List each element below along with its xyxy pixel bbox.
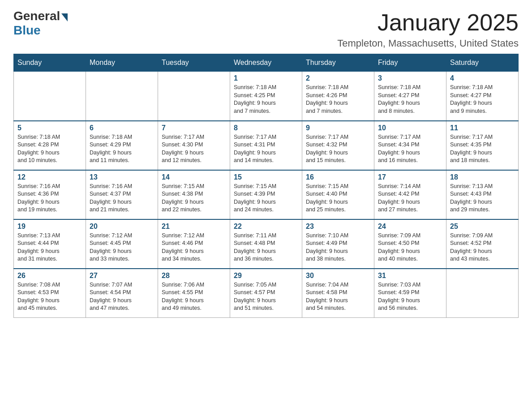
day-number: 19 xyxy=(17,223,82,231)
calendar-week-row: 5Sunrise: 7:18 AM Sunset: 4:28 PM Daylig… xyxy=(14,121,519,170)
day-number: 2 xyxy=(306,74,370,82)
day-info: Sunrise: 7:03 AM Sunset: 4:59 PM Dayligh… xyxy=(378,281,442,313)
day-info: Sunrise: 7:18 AM Sunset: 4:28 PM Dayligh… xyxy=(17,133,82,165)
calendar-day-cell: 15Sunrise: 7:15 AM Sunset: 4:39 PM Dayli… xyxy=(230,170,302,219)
day-info: Sunrise: 7:17 AM Sunset: 4:32 PM Dayligh… xyxy=(306,133,370,165)
calendar-week-row: 1Sunrise: 7:18 AM Sunset: 4:25 PM Daylig… xyxy=(14,72,519,121)
day-info: Sunrise: 7:13 AM Sunset: 4:44 PM Dayligh… xyxy=(17,232,82,263)
day-info: Sunrise: 7:18 AM Sunset: 4:26 PM Dayligh… xyxy=(306,84,370,115)
calendar-day-cell: 6Sunrise: 7:18 AM Sunset: 4:29 PM Daylig… xyxy=(86,121,158,170)
day-info: Sunrise: 7:09 AM Sunset: 4:52 PM Dayligh… xyxy=(450,232,515,263)
day-number: 25 xyxy=(450,223,515,231)
day-number: 17 xyxy=(378,173,442,181)
day-number: 10 xyxy=(378,124,442,132)
calendar-day-cell xyxy=(446,269,519,318)
day-number: 15 xyxy=(234,173,298,181)
day-number: 24 xyxy=(378,223,442,231)
day-number: 26 xyxy=(17,272,82,280)
calendar-day-cell: 24Sunrise: 7:09 AM Sunset: 4:50 PM Dayli… xyxy=(374,219,446,269)
calendar-day-cell: 18Sunrise: 7:13 AM Sunset: 4:43 PM Dayli… xyxy=(446,170,519,219)
day-number: 8 xyxy=(234,124,298,132)
day-info: Sunrise: 7:18 AM Sunset: 4:27 PM Dayligh… xyxy=(450,84,515,115)
day-number: 12 xyxy=(17,173,82,181)
calendar-day-cell: 31Sunrise: 7:03 AM Sunset: 4:59 PM Dayli… xyxy=(374,269,446,318)
calendar-day-cell: 9Sunrise: 7:17 AM Sunset: 4:32 PM Daylig… xyxy=(302,121,374,170)
day-number: 6 xyxy=(90,124,154,132)
logo-general-text: General xyxy=(13,9,60,23)
day-info: Sunrise: 7:16 AM Sunset: 4:36 PM Dayligh… xyxy=(17,183,82,214)
calendar-header-row: SundayMondayTuesdayWednesdayThursdayFrid… xyxy=(14,54,519,72)
calendar-table: SundayMondayTuesdayWednesdayThursdayFrid… xyxy=(13,54,519,318)
logo: General Blue xyxy=(13,9,68,38)
day-number: 21 xyxy=(162,223,226,231)
day-info: Sunrise: 7:16 AM Sunset: 4:37 PM Dayligh… xyxy=(90,183,154,214)
page-header: General Blue January 2025 Templeton, Mas… xyxy=(13,9,519,49)
day-number: 1 xyxy=(234,74,298,82)
day-number: 29 xyxy=(234,272,298,280)
day-info: Sunrise: 7:12 AM Sunset: 4:45 PM Dayligh… xyxy=(90,232,154,263)
calendar-day-cell: 28Sunrise: 7:06 AM Sunset: 4:55 PM Dayli… xyxy=(158,269,230,318)
calendar-day-cell: 26Sunrise: 7:08 AM Sunset: 4:53 PM Dayli… xyxy=(14,269,86,318)
calendar-day-cell xyxy=(14,72,86,121)
calendar-day-cell: 19Sunrise: 7:13 AM Sunset: 4:44 PM Dayli… xyxy=(14,219,86,269)
day-number: 22 xyxy=(234,223,298,231)
day-info: Sunrise: 7:07 AM Sunset: 4:54 PM Dayligh… xyxy=(90,281,154,313)
day-number: 23 xyxy=(306,223,370,231)
day-number: 4 xyxy=(450,74,515,82)
calendar-day-cell: 1Sunrise: 7:18 AM Sunset: 4:25 PM Daylig… xyxy=(230,72,302,121)
calendar-week-row: 19Sunrise: 7:13 AM Sunset: 4:44 PM Dayli… xyxy=(14,219,519,269)
weekday-header-thursday: Thursday xyxy=(302,54,374,72)
day-number: 20 xyxy=(90,223,154,231)
day-info: Sunrise: 7:17 AM Sunset: 4:30 PM Dayligh… xyxy=(162,133,226,165)
weekday-header-sunday: Sunday xyxy=(14,54,86,72)
day-info: Sunrise: 7:06 AM Sunset: 4:55 PM Dayligh… xyxy=(162,281,226,313)
calendar-week-row: 12Sunrise: 7:16 AM Sunset: 4:36 PM Dayli… xyxy=(14,170,519,219)
day-info: Sunrise: 7:08 AM Sunset: 4:53 PM Dayligh… xyxy=(17,281,82,313)
location-title: Templeton, Massachusetts, United States xyxy=(337,38,519,49)
calendar-day-cell: 16Sunrise: 7:15 AM Sunset: 4:40 PM Dayli… xyxy=(302,170,374,219)
calendar-day-cell: 7Sunrise: 7:17 AM Sunset: 4:30 PM Daylig… xyxy=(158,121,230,170)
day-info: Sunrise: 7:15 AM Sunset: 4:38 PM Dayligh… xyxy=(162,183,226,214)
day-number: 5 xyxy=(17,124,82,132)
month-title: January 2025 xyxy=(337,9,519,36)
calendar-week-row: 26Sunrise: 7:08 AM Sunset: 4:53 PM Dayli… xyxy=(14,269,519,318)
day-info: Sunrise: 7:18 AM Sunset: 4:29 PM Dayligh… xyxy=(90,133,154,165)
calendar-day-cell xyxy=(158,72,230,121)
calendar-day-cell: 20Sunrise: 7:12 AM Sunset: 4:45 PM Dayli… xyxy=(86,219,158,269)
day-info: Sunrise: 7:18 AM Sunset: 4:27 PM Dayligh… xyxy=(378,84,442,115)
day-number: 11 xyxy=(450,124,515,132)
weekday-header-friday: Friday xyxy=(374,54,446,72)
day-number: 18 xyxy=(450,173,515,181)
calendar-day-cell: 10Sunrise: 7:17 AM Sunset: 4:34 PM Dayli… xyxy=(374,121,446,170)
calendar-day-cell: 23Sunrise: 7:10 AM Sunset: 4:49 PM Dayli… xyxy=(302,219,374,269)
day-info: Sunrise: 7:13 AM Sunset: 4:43 PM Dayligh… xyxy=(450,183,515,214)
day-info: Sunrise: 7:05 AM Sunset: 4:57 PM Dayligh… xyxy=(234,281,298,313)
calendar-day-cell: 29Sunrise: 7:05 AM Sunset: 4:57 PM Dayli… xyxy=(230,269,302,318)
day-number: 3 xyxy=(378,74,442,82)
weekday-header-monday: Monday xyxy=(86,54,158,72)
day-info: Sunrise: 7:04 AM Sunset: 4:58 PM Dayligh… xyxy=(306,281,370,313)
day-info: Sunrise: 7:15 AM Sunset: 4:39 PM Dayligh… xyxy=(234,183,298,214)
calendar-day-cell: 25Sunrise: 7:09 AM Sunset: 4:52 PM Dayli… xyxy=(446,219,519,269)
calendar-day-cell: 27Sunrise: 7:07 AM Sunset: 4:54 PM Dayli… xyxy=(86,269,158,318)
title-section: January 2025 Templeton, Massachusetts, U… xyxy=(337,9,519,49)
calendar-day-cell: 5Sunrise: 7:18 AM Sunset: 4:28 PM Daylig… xyxy=(14,121,86,170)
calendar-day-cell: 2Sunrise: 7:18 AM Sunset: 4:26 PM Daylig… xyxy=(302,72,374,121)
calendar-day-cell: 30Sunrise: 7:04 AM Sunset: 4:58 PM Dayli… xyxy=(302,269,374,318)
calendar-day-cell: 22Sunrise: 7:11 AM Sunset: 4:48 PM Dayli… xyxy=(230,219,302,269)
day-info: Sunrise: 7:17 AM Sunset: 4:31 PM Dayligh… xyxy=(234,133,298,165)
calendar-day-cell: 21Sunrise: 7:12 AM Sunset: 4:46 PM Dayli… xyxy=(158,219,230,269)
logo-arrow-icon xyxy=(61,13,68,21)
calendar-day-cell: 12Sunrise: 7:16 AM Sunset: 4:36 PM Dayli… xyxy=(14,170,86,219)
calendar-day-cell xyxy=(86,72,158,121)
day-info: Sunrise: 7:11 AM Sunset: 4:48 PM Dayligh… xyxy=(234,232,298,263)
day-number: 28 xyxy=(162,272,226,280)
day-number: 27 xyxy=(90,272,154,280)
day-info: Sunrise: 7:18 AM Sunset: 4:25 PM Dayligh… xyxy=(234,84,298,115)
day-info: Sunrise: 7:15 AM Sunset: 4:40 PM Dayligh… xyxy=(306,183,370,214)
day-info: Sunrise: 7:17 AM Sunset: 4:35 PM Dayligh… xyxy=(450,133,515,165)
calendar-day-cell: 4Sunrise: 7:18 AM Sunset: 4:27 PM Daylig… xyxy=(446,72,519,121)
calendar-day-cell: 8Sunrise: 7:17 AM Sunset: 4:31 PM Daylig… xyxy=(230,121,302,170)
day-number: 30 xyxy=(306,272,370,280)
day-info: Sunrise: 7:14 AM Sunset: 4:42 PM Dayligh… xyxy=(378,183,442,214)
